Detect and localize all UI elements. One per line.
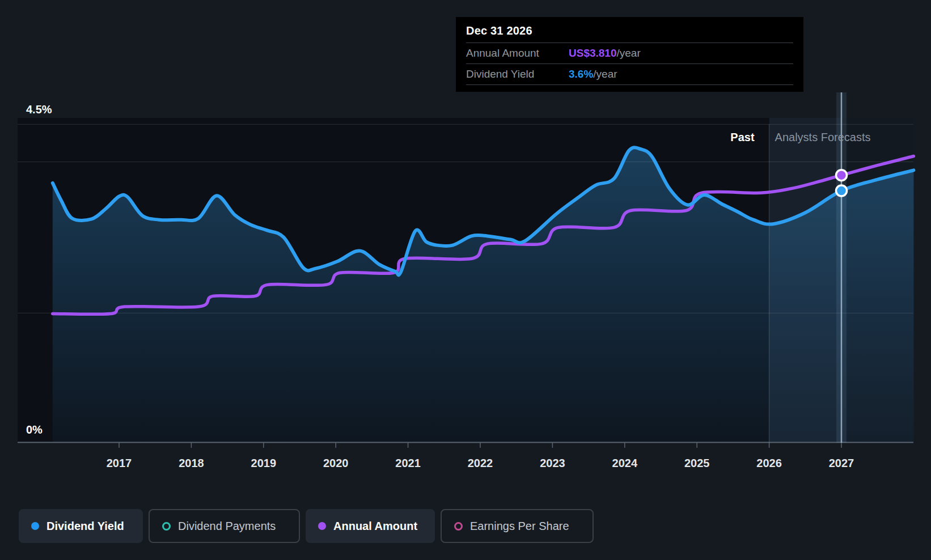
past-label: Past <box>730 131 755 143</box>
annual-amount-dot-icon <box>318 522 326 530</box>
x-axis-year-label: 2021 <box>395 457 421 469</box>
earnings-per-share-ring-icon <box>454 522 463 531</box>
dividend-payments-ring-icon <box>162 522 171 531</box>
tooltip-row-dividend-yield: Dividend Yield 3.6% /year <box>466 63 793 84</box>
x-axis-year-label: 2022 <box>468 457 493 469</box>
analysts-forecasts-label: Analysts Forecasts <box>775 131 871 143</box>
tooltip-label: Dividend Yield <box>466 68 569 80</box>
y-axis-min-label: 0% <box>26 423 43 436</box>
forecast-highlight-band <box>769 118 841 443</box>
x-axis-year-label: 2023 <box>540 457 565 469</box>
tooltip-value: 3.6% <box>569 68 593 80</box>
annual-amount-marker[interactable] <box>836 170 847 181</box>
legend-item-dividend-payments[interactable]: Dividend Payments <box>149 509 300 543</box>
y-axis-max-label: 4.5% <box>26 103 52 116</box>
legend-item-dividend-yield[interactable]: Dividend Yield <box>19 509 143 543</box>
x-axis-year-label: 2025 <box>684 457 710 469</box>
legend-label: Earnings Per Share <box>470 520 569 533</box>
dividend-yield-marker[interactable] <box>836 185 847 196</box>
chart-tooltip: Dec 31 2026 Annual Amount US$3.810 /year… <box>456 17 803 92</box>
x-axis-year-label: 2019 <box>251 457 277 469</box>
tooltip-date: Dec 31 2026 <box>456 17 803 43</box>
x-axis-year-label: 2026 <box>756 457 782 469</box>
tooltip-value-suffix: /year <box>617 47 641 60</box>
x-axis-year-label: 2020 <box>323 457 349 469</box>
x-axis-year-label: 2017 <box>107 457 132 469</box>
legend-item-earnings-per-share[interactable]: Earnings Per Share <box>441 509 594 543</box>
x-axis-year-label: 2027 <box>829 457 854 469</box>
x-axis-year-label: 2024 <box>612 457 638 469</box>
tooltip-value-suffix: /year <box>593 68 617 80</box>
legend-label: Dividend Yield <box>46 520 124 533</box>
legend-label: Dividend Payments <box>178 520 276 533</box>
tooltip-label: Annual Amount <box>466 47 569 60</box>
tooltip-rows: Annual Amount US$3.810 /year Dividend Yi… <box>466 43 793 85</box>
x-axis-year-label: 2018 <box>179 457 204 469</box>
dividend-yield-dot-icon <box>31 522 39 530</box>
tooltip-row-annual-amount: Annual Amount US$3.810 /year <box>466 43 793 63</box>
legend-item-annual-amount[interactable]: Annual Amount <box>306 509 435 543</box>
chart-legend: Dividend Yield Dividend Payments Annual … <box>19 509 594 543</box>
legend-label: Annual Amount <box>333 520 417 533</box>
tooltip-value: US$3.810 <box>569 47 617 60</box>
